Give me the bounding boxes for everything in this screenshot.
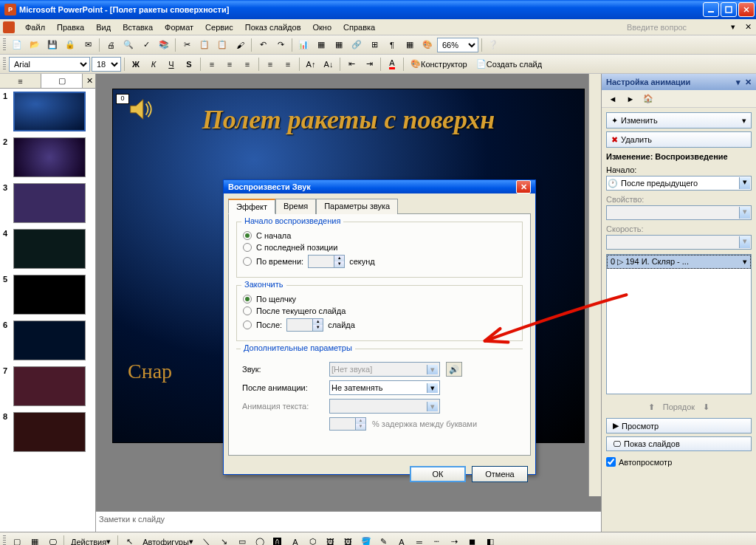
rectangle-icon[interactable]: ▭ — [234, 534, 250, 546]
zoom-combo[interactable]: 66% — [437, 38, 478, 52]
mail-icon[interactable]: ✉ — [80, 37, 96, 53]
new-slide-button[interactable]: 📄 Создать слайд — [472, 56, 546, 72]
menu-slideshow[interactable]: Показ слайдов — [239, 21, 307, 33]
format-painter-icon[interactable]: 🖌 — [232, 37, 248, 53]
radio-from-time[interactable]: По времени: ▲▼ секунд — [243, 255, 516, 268]
slide-thumb-1[interactable] — [13, 92, 86, 131]
maximize-button[interactable] — [721, 2, 737, 17]
delete-effect-button[interactable]: ✖ Удалить — [606, 131, 752, 148]
research-icon[interactable]: 📚 — [156, 37, 172, 53]
shadow-style-icon[interactable]: ◼ — [464, 534, 481, 546]
paste-icon[interactable]: 📋 — [214, 37, 230, 53]
fill-color-icon[interactable]: 🪣 — [358, 534, 374, 546]
print-icon[interactable]: 🖨 — [103, 37, 119, 53]
actions-menu[interactable]: Действия ▾ — [67, 534, 114, 546]
align-left-icon[interactable]: ≡ — [204, 56, 220, 72]
select-icon[interactable]: ↖ — [121, 534, 137, 546]
line-color-icon[interactable]: ✎ — [376, 534, 392, 546]
bold-icon[interactable]: Ж — [128, 56, 144, 72]
slides-tab[interactable]: ▢ — [41, 74, 83, 88]
font-name-combo[interactable]: Arial — [9, 57, 90, 72]
preview-button[interactable]: ▶ Просмотр — [606, 418, 752, 433]
menu-help[interactable]: Справка — [337, 21, 381, 33]
vertical-scrollbar[interactable] — [588, 74, 601, 496]
shadow-icon[interactable]: S — [181, 56, 197, 72]
menu-file[interactable]: Файл — [19, 21, 51, 33]
undo-icon[interactable]: ↶ — [255, 37, 271, 53]
toolbar-grip[interactable] — [3, 38, 6, 52]
back-icon[interactable]: ◄ — [605, 91, 621, 107]
expand-icon[interactable]: ⊞ — [366, 37, 382, 53]
mdi-close-button[interactable]: ✕ — [743, 22, 753, 32]
tab-effect[interactable]: Эффект — [228, 199, 275, 214]
textbox-icon[interactable]: 🅰 — [269, 534, 286, 546]
slideshow-button[interactable]: 🖵 Показ слайдов — [606, 436, 752, 451]
decrease-font-icon[interactable]: A↓ — [320, 56, 337, 72]
speaker-icon-button[interactable]: 🔊 — [446, 362, 462, 377]
wordart-icon[interactable]: A — [287, 534, 303, 546]
view-sorter-icon[interactable]: ▦ — [27, 534, 43, 546]
toolbar-grip[interactable] — [3, 535, 6, 546]
animation-list[interactable]: 0 ▷ 194 И. Скляр - ... ▾ — [606, 254, 752, 394]
tab-sound-params[interactable]: Параметры звука — [316, 199, 398, 214]
line-style-icon[interactable]: ═ — [411, 534, 427, 546]
outline-tab[interactable]: ≡ — [0, 74, 41, 88]
permission-icon[interactable]: 🔒 — [62, 37, 78, 53]
radio-after-n-slides[interactable]: После: ▲▼ слайда — [243, 318, 516, 332]
autoshapes-menu[interactable]: Автофигуры ▾ — [139, 534, 197, 546]
menu-edit[interactable]: Правка — [51, 21, 90, 33]
font-size-combo[interactable]: 18 — [92, 57, 121, 72]
taskpane-dropdown-arrow[interactable]: ▾ — [736, 78, 740, 87]
menu-view[interactable]: Вид — [90, 21, 117, 33]
bullets-icon[interactable]: ≡ — [280, 56, 296, 72]
ask-dropdown-arrow[interactable]: ▾ — [731, 22, 735, 32]
clipart-icon[interactable]: 🖼 — [323, 534, 339, 546]
checkbox[interactable] — [606, 457, 616, 467]
slide-thumb-5[interactable] — [13, 275, 86, 315]
arrow-icon[interactable]: ↘ — [216, 534, 233, 546]
cut-icon[interactable]: ✂ — [179, 37, 195, 53]
diagram-icon[interactable]: ⬡ — [305, 534, 321, 546]
copy-icon[interactable]: 📋 — [196, 37, 213, 53]
menu-insert[interactable]: Вставка — [117, 21, 159, 33]
tab-time[interactable]: Время — [275, 199, 316, 214]
dialog-titlebar[interactable]: Воспроизвести Звук ✕ — [224, 180, 535, 193]
slide-thumb-3[interactable] — [13, 183, 86, 223]
slide-thumb-4[interactable] — [13, 229, 86, 269]
ask-question-input[interactable]: Введите вопрос — [625, 21, 728, 34]
font-color-icon[interactable]: A — [384, 56, 400, 72]
picture-icon[interactable]: 🖼 — [340, 534, 357, 546]
view-slideshow-icon[interactable]: 🖵 — [44, 534, 61, 546]
line-icon[interactable]: ＼ — [199, 534, 215, 546]
chart-icon[interactable]: 📊 — [295, 37, 312, 53]
radio-from-beginning[interactable]: С начала — [243, 231, 516, 240]
outline-close-button[interactable]: ✕ — [83, 74, 95, 88]
decrease-indent-icon[interactable]: ⇤ — [343, 56, 360, 72]
taskpane-close-button[interactable]: ✕ — [745, 78, 752, 87]
after-animation-select[interactable]: Не затемнять▾ — [329, 380, 440, 395]
help-icon[interactable]: ❔ — [485, 37, 501, 53]
start-select[interactable]: 🕐 После предыдущего ▾ — [606, 176, 752, 191]
font-color-icon[interactable]: A — [394, 534, 410, 546]
move-up-icon[interactable]: ⬆ — [644, 399, 660, 415]
spell-icon[interactable]: ✓ — [138, 37, 154, 53]
menu-format[interactable]: Формат — [159, 21, 199, 33]
close-button[interactable] — [738, 2, 755, 17]
cancel-button[interactable]: Отмена — [472, 466, 528, 482]
slide-thumb-6[interactable] — [13, 321, 86, 360]
oval-icon[interactable]: ◯ — [252, 534, 268, 546]
thumbnail-list[interactable]: 1 2 3 4 5 6 7 8 — [0, 89, 95, 532]
underline-icon[interactable]: Ч — [163, 56, 179, 72]
slide-thumb-2[interactable] — [13, 137, 86, 177]
slide-thumb-8[interactable] — [13, 412, 86, 452]
3d-style-icon[interactable]: ◧ — [482, 534, 498, 546]
new-icon[interactable]: 📄 — [9, 37, 25, 53]
view-normal-icon[interactable]: ▢ — [9, 534, 25, 546]
italic-icon[interactable]: К — [145, 56, 162, 72]
change-effect-button[interactable]: ✦ Изменить ▾ — [606, 112, 752, 128]
slide-thumb-7[interactable] — [13, 366, 86, 406]
arrow-style-icon[interactable]: ⇢ — [447, 534, 463, 546]
menu-window[interactable]: Окно — [307, 21, 338, 33]
animation-list-item[interactable]: 0 ▷ 194 И. Скляр - ... ▾ — [607, 255, 751, 269]
ok-button[interactable]: ОК — [410, 466, 466, 482]
